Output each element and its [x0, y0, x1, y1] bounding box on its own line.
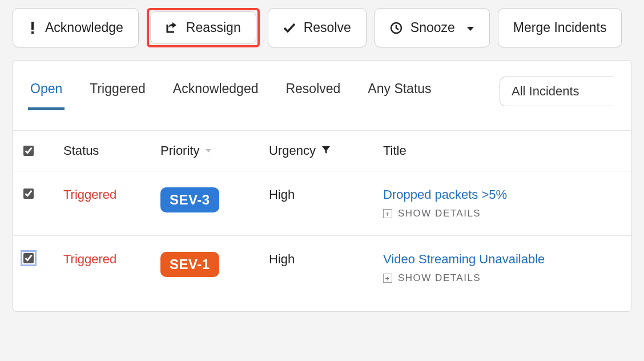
share-arrow-icon [166, 22, 178, 34]
table-header: Status Priority Urgency Title [13, 130, 631, 171]
reassign-button[interactable]: Reassign [150, 11, 256, 44]
svg-rect-1 [31, 31, 34, 34]
column-urgency-label: Urgency [269, 143, 316, 158]
column-priority[interactable]: Priority [160, 143, 269, 158]
severity-badge: SEV-1 [160, 252, 219, 277]
tab-any-status[interactable]: Any Status [368, 81, 431, 102]
row-select-cell [23, 187, 63, 202]
show-details-toggle[interactable]: + SHOW DETAILS [383, 272, 621, 284]
snooze-label: Snooze [410, 20, 455, 35]
expand-icon: + [383, 209, 392, 218]
merge-label: Merge Incidents [513, 20, 607, 35]
incident-title-link[interactable]: Dropped packets >5% [383, 187, 621, 202]
tab-acknowledged[interactable]: Acknowledged [173, 81, 259, 102]
status-tabs: Open Triggered Acknowledged Resolved Any… [13, 61, 631, 130]
title-cell: Dropped packets >5% + SHOW DETAILS [383, 187, 621, 219]
svg-rect-0 [31, 22, 34, 30]
priority-cell: SEV-1 [160, 252, 269, 277]
caret-down-icon [466, 20, 474, 35]
sort-desc-icon [205, 146, 212, 155]
check-icon [283, 23, 296, 33]
column-priority-label: Priority [160, 143, 199, 158]
show-details-label: SHOW DETAILS [398, 208, 481, 219]
row-select-checkbox[interactable] [23, 253, 34, 263]
column-status[interactable]: Status [63, 143, 160, 158]
reassign-label: Reassign [186, 20, 241, 35]
row-select-cell [23, 252, 63, 267]
title-cell: Video Streaming Unavailable + SHOW DETAI… [383, 252, 621, 284]
clock-icon [390, 22, 402, 34]
status-cell: Triggered [63, 252, 160, 267]
action-toolbar: Acknowledge Reassign Resolve Snooze Merg… [13, 8, 631, 47]
tab-triggered[interactable]: Triggered [90, 81, 146, 102]
resolve-button[interactable]: Resolve [268, 8, 367, 47]
reassign-highlight: Reassign [147, 8, 260, 47]
filter-icon [321, 143, 331, 158]
merge-incidents-button[interactable]: Merge Incidents [498, 8, 622, 47]
table-row: Triggered SEV-1 High Video Streaming Una… [13, 236, 631, 311]
show-details-toggle[interactable]: + SHOW DETAILS [383, 208, 621, 219]
acknowledge-button[interactable]: Acknowledge [13, 8, 139, 47]
acknowledge-label: Acknowledge [45, 20, 123, 35]
column-title[interactable]: Title [383, 143, 621, 158]
filter-selected-label: All Incidents [512, 84, 579, 98]
urgency-cell: High [269, 187, 383, 202]
snooze-button[interactable]: Snooze [375, 8, 490, 47]
severity-badge: SEV-3 [160, 187, 219, 212]
tab-resolved[interactable]: Resolved [285, 81, 340, 102]
exclamation-icon [28, 22, 37, 34]
priority-cell: SEV-3 [160, 187, 269, 212]
table-row: Triggered SEV-3 High Dropped packets >5%… [13, 171, 631, 236]
urgency-cell: High [269, 252, 383, 267]
incidents-panel: Open Triggered Acknowledged Resolved Any… [13, 60, 631, 312]
tab-open[interactable]: Open [30, 81, 62, 102]
select-all-checkbox[interactable] [23, 146, 34, 156]
column-urgency[interactable]: Urgency [269, 143, 383, 158]
incident-filter-select[interactable]: All Incidents [500, 77, 614, 106]
status-cell: Triggered [63, 187, 160, 202]
show-details-label: SHOW DETAILS [398, 272, 481, 284]
expand-icon: + [383, 274, 392, 283]
row-select-checkbox[interactable] [23, 188, 34, 199]
resolve-label: Resolve [304, 20, 351, 35]
incident-title-link[interactable]: Video Streaming Unavailable [383, 252, 621, 267]
select-all-cell [23, 146, 63, 156]
